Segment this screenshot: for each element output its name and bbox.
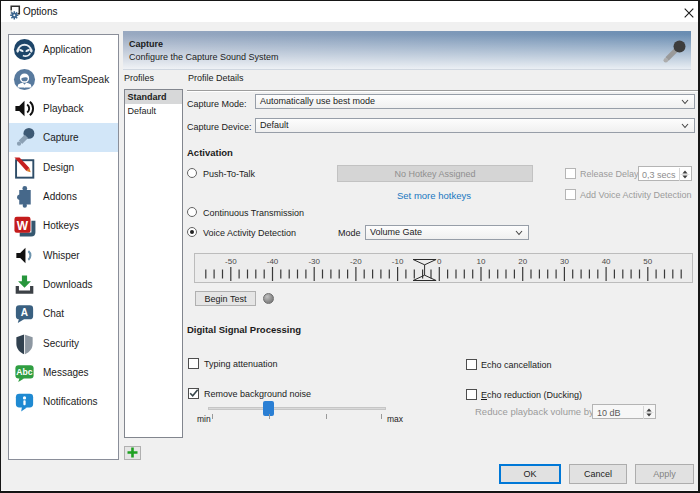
svg-text:40: 40 [602,257,611,266]
svg-text:0: 0 [437,257,442,266]
svg-text:30: 30 [560,257,569,266]
svg-text:10: 10 [477,257,486,266]
svg-text:-40: -40 [267,257,279,266]
svg-text:A: A [21,308,28,319]
svg-text:-20: -20 [350,257,362,266]
svg-text:20: 20 [518,257,527,266]
svg-text:50: 50 [643,257,652,266]
svg-text:-50: -50 [225,257,237,266]
svg-text:-30: -30 [308,257,320,266]
svg-text:Abc: Abc [16,367,32,377]
svg-text:-10: -10 [392,257,404,266]
svg-text:W: W [17,219,29,233]
